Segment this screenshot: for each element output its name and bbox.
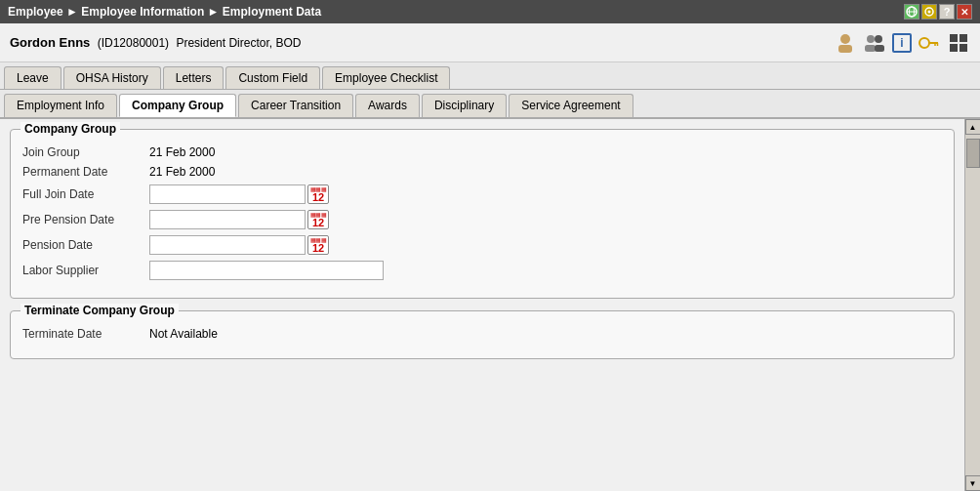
svg-rect-6 [838,45,852,53]
header-icon-group: i [834,31,970,55]
labor-supplier-label: Labor Supplier [22,264,149,277]
window-controls: ? ✕ [904,4,972,20]
breadcrumb: Employee ► Employee Information ► Employ… [8,5,321,19]
full-join-date-calendar[interactable]: ▦▦▦ 12 [307,184,329,204]
scroll-thumb[interactable] [966,139,980,168]
employee-name: Gordon Enns [10,35,90,50]
tab-ohsa-history[interactable]: OHSA History [63,66,161,89]
tab-career-transition[interactable]: Career Transition [238,94,353,117]
close-button[interactable]: ✕ [957,4,972,20]
employee-title: President Director, BOD [176,36,301,50]
svg-rect-18 [960,44,967,52]
scroll-down-button[interactable]: ▼ [965,475,981,491]
employee-id: (ID12080001) [98,36,169,50]
labor-supplier-input[interactable] [149,261,384,280]
pension-date-row: Pension Date ▦▦▦ 12 [22,235,942,255]
tab-custom-field[interactable]: Custom Field [225,66,320,89]
tab-row-1: Leave OHSA History Letters Custom Field … [0,62,980,90]
tab-row-2: Employment Info Company Group Career Tra… [0,90,980,119]
tab-leave[interactable]: Leave [4,66,61,89]
terminate-date-value: Not Available [149,327,218,341]
svg-point-11 [919,38,929,48]
main-container: Gordon Enns (ID12080001) President Direc… [0,23,980,491]
tab-awards[interactable]: Awards [355,94,420,117]
pre-pension-date-label: Pre Pension Date [22,213,149,226]
company-group-legend: Company Group [20,122,120,136]
terminate-section: Terminate Company Group Terminate Date N… [10,310,955,359]
employee-icon[interactable] [834,31,857,55]
terminate-date-row: Terminate Date Not Available [22,327,942,341]
pre-pension-date-input[interactable] [149,210,306,229]
tab-letters[interactable]: Letters [163,66,225,89]
key-icon[interactable] [918,31,941,55]
terminate-date-label: Terminate Date [22,327,149,341]
join-group-value: 21 Feb 2000 [149,145,215,159]
svg-point-9 [875,35,882,43]
labor-supplier-row: Labor Supplier [22,261,942,280]
pension-date-calendar[interactable]: ▦▦▦ 12 [307,235,329,255]
group-icon[interactable] [863,31,886,55]
terminate-legend: Terminate Company Group [20,304,179,317]
circle-button[interactable] [921,4,937,20]
info-icon[interactable]: i [892,33,912,53]
svg-rect-17 [950,44,958,52]
pre-pension-date-calendar[interactable]: ▦▦▦ 12 [307,210,329,229]
tab-service-agreement[interactable]: Service Agreement [509,94,633,117]
tab-disciplinary[interactable]: Disciplinary [422,94,507,117]
grid-icon[interactable] [947,31,970,55]
content-main: Company Group Join Group 21 Feb 2000 Per… [0,119,964,491]
permanent-date-label: Permanent Date [22,165,149,179]
company-group-section: Company Group Join Group 21 Feb 2000 Per… [10,129,955,299]
join-group-label: Join Group [22,145,149,159]
tab-employee-checklist[interactable]: Employee Checklist [322,66,450,89]
svg-rect-10 [875,45,884,52]
svg-point-4 [928,11,931,14]
scrollbar: ▲ ▼ [964,119,980,491]
title-bar: Employee ► Employee Information ► Employ… [0,0,980,23]
employee-header: Gordon Enns (ID12080001) President Direc… [0,23,980,62]
content-area: Company Group Join Group 21 Feb 2000 Per… [0,119,980,491]
pension-date-input[interactable] [149,235,306,255]
permanent-date-value: 21 Feb 2000 [149,165,215,179]
tab-company-group[interactable]: Company Group [119,94,236,117]
svg-rect-16 [960,34,967,42]
pre-pension-date-row: Pre Pension Date ▦▦▦ 12 [22,210,942,229]
scroll-up-button[interactable]: ▲ [965,119,981,135]
help-button[interactable]: ? [939,4,955,20]
scroll-track [965,135,980,475]
full-join-date-input[interactable] [149,184,306,204]
svg-rect-8 [865,45,876,52]
svg-rect-15 [950,34,958,42]
permanent-date-row: Permanent Date 21 Feb 2000 [22,165,942,179]
globe-button[interactable] [904,4,919,20]
svg-point-5 [840,34,850,44]
join-group-row: Join Group 21 Feb 2000 [22,145,942,159]
pension-date-label: Pension Date [22,238,149,252]
full-join-date-label: Full Join Date [22,187,149,201]
tab-employment-info[interactable]: Employment Info [4,94,117,117]
svg-point-7 [867,35,875,43]
employee-info: Gordon Enns (ID12080001) President Direc… [10,35,301,50]
full-join-date-row: Full Join Date ▦▦▦ 12 [22,184,942,204]
